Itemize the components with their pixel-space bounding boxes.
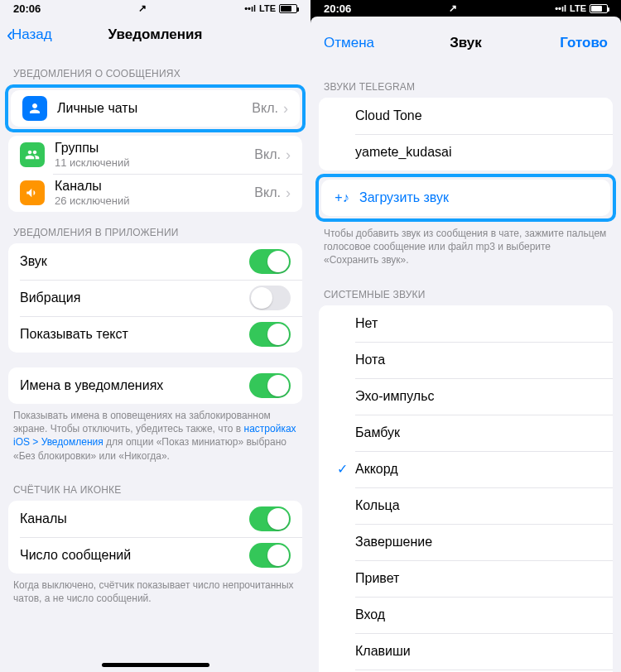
section-header-system-sounds: СИСТЕМНЫЕ ЗВУКИ: [310, 274, 621, 305]
page-title: Уведомления: [108, 26, 203, 43]
sound-option[interactable]: Попкорн: [319, 670, 613, 672]
sound-label: Завершение: [355, 535, 432, 550]
row-groups[interactable]: Группы 11 исключений Вкл. ›: [8, 136, 302, 174]
toggle-preview[interactable]: [249, 322, 291, 347]
section-header-badge: СЧЁТЧИК НА ИКОНКЕ: [0, 469, 310, 501]
sound-option[interactable]: Клавиши: [319, 633, 613, 670]
chevron-right-icon: ›: [283, 100, 288, 118]
status-bar: 20:06 ↗ ••ıl LTE: [310, 0, 621, 17]
battery-icon: [279, 4, 297, 13]
back-button[interactable]: ‹ Назад: [7, 17, 52, 53]
status-bar: 20:06 ↗ ••ıl LTE: [0, 0, 310, 17]
home-indicator: [102, 663, 209, 667]
group-icon: [20, 142, 45, 167]
cancel-button[interactable]: Отмена: [324, 35, 374, 51]
sound-yamete[interactable]: yamete_kudasai: [319, 134, 613, 170]
sound-option[interactable]: Вход: [319, 597, 613, 633]
sound-label: Клавиши: [355, 644, 411, 659]
highlight-private-chats: Личные чаты Вкл. ›: [5, 84, 306, 132]
sound-option[interactable]: Нота: [319, 342, 613, 378]
sheet-header: Отмена Звук Готово: [310, 20, 621, 66]
sound-option[interactable]: Нет: [319, 305, 613, 342]
footer-names: Показывать имена в оповещениях на заблок…: [0, 404, 310, 469]
sound-label: Эхо-импульс: [355, 389, 434, 404]
row-channels[interactable]: Каналы 26 исключений Вкл. ›: [8, 174, 302, 212]
toggle-badge-count[interactable]: [249, 543, 291, 568]
chevron-right-icon: ›: [286, 185, 291, 202]
sound-label: Нота: [355, 353, 385, 367]
row-vibration[interactable]: Вибрация: [8, 280, 302, 316]
sound-option[interactable]: Кольца: [319, 487, 613, 524]
chevron-right-icon: ›: [286, 146, 291, 164]
row-private-chats[interactable]: Личные чаты Вкл. ›: [11, 90, 300, 127]
toggle-names[interactable]: [249, 373, 291, 398]
battery-icon: [590, 4, 608, 13]
sound-option[interactable]: Привет: [319, 560, 613, 597]
row-preview[interactable]: Показывать текст: [8, 316, 302, 353]
section-header-inapp: УВЕДОМЛЕНИЯ В ПРИЛОЖЕНИИ: [0, 212, 310, 243]
upload-sound-button[interactable]: +♪ Загрузить звук: [321, 180, 610, 216]
status-time: 20:06: [324, 2, 351, 15]
row-names[interactable]: Имена в уведомлениях: [8, 367, 302, 404]
row-badge-channels[interactable]: Каналы: [8, 501, 302, 537]
sound-label: Аккорд: [355, 462, 398, 477]
phone-notifications: 20:06 ↗ ••ıl LTE ‹ Назад Уведомления УВЕ…: [0, 0, 310, 672]
status-time: 20:06: [13, 2, 41, 15]
status-right: ••ıl LTE: [244, 3, 297, 13]
sound-cloud-tone[interactable]: Cloud Tone: [319, 98, 613, 134]
sound-option[interactable]: Завершение: [319, 524, 613, 560]
sound-option[interactable]: Эхо-импульс: [319, 378, 613, 415]
music-plus-icon: +♪: [333, 190, 351, 205]
sound-label: Привет: [355, 571, 399, 586]
footer-telegram-sounds: Чтобы добавить звук из сообщения в чате,…: [310, 222, 621, 274]
row-badge-count[interactable]: Число сообщений: [8, 537, 302, 574]
section-header-messages: УВЕДОМЛЕНИЯ О СООБЩЕНИЯХ: [0, 53, 310, 84]
phone-sound-picker: 20:06 ↗ ••ıl LTE Отмена Звук Готово ЗВУК…: [310, 0, 621, 672]
person-icon: [22, 96, 47, 121]
sound-label: Кольца: [355, 498, 400, 513]
sheet-title: Звук: [450, 35, 482, 51]
megaphone-icon: [20, 180, 45, 205]
toggle-vibration[interactable]: [249, 286, 291, 310]
sound-label: Бамбук: [355, 425, 400, 440]
nav-bar: ‹ Назад Уведомления: [0, 17, 310, 53]
sound-label: Вход: [355, 607, 385, 622]
toggle-sound[interactable]: [249, 249, 291, 274]
checkmark-icon: ✓: [332, 461, 352, 477]
sound-option[interactable]: ✓Аккорд: [319, 451, 613, 487]
section-header-telegram-sounds: ЗВУКИ TELEGRAM: [310, 66, 621, 98]
status-right: ••ıl LTE: [555, 3, 608, 13]
footer-badge: Когда выключено, счётчик показывает числ…: [0, 574, 310, 612]
row-sound[interactable]: Звук: [8, 243, 302, 280]
done-button[interactable]: Готово: [560, 35, 608, 51]
sound-label: Нет: [355, 316, 378, 331]
toggle-badge-channels[interactable]: [249, 506, 291, 531]
sound-option[interactable]: Бамбук: [319, 415, 613, 451]
